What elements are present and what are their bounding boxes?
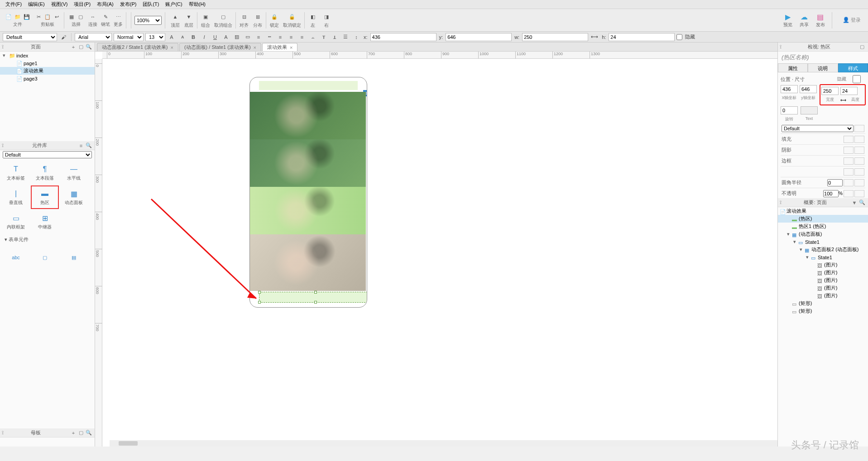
library-widget-垂直线[interactable]: |垂直线 (2, 185, 30, 209)
menu-item[interactable]: 发布(P) (117, 0, 139, 9)
resize-handle[interactable] (314, 291, 317, 294)
editor-tab[interactable]: (动态面板) / State1 (滚动效果)× (179, 43, 261, 51)
insp-h-input[interactable] (840, 87, 858, 95)
style-default-select[interactable]: Default (782, 125, 854, 132)
outline-item[interactable]: ▬热区1 (热区) (778, 223, 868, 230)
menu-item[interactable]: 视图(V) (48, 0, 71, 9)
menu-item[interactable]: 项目(P) (71, 0, 93, 9)
menu-item[interactable]: 团队(T) (140, 0, 162, 9)
toolbar-icon[interactable]: ▼ (184, 12, 194, 22)
prop-control[interactable] (854, 190, 864, 197)
insp-text-input[interactable] (801, 106, 818, 114)
library-widget[interactable]: ▤ (60, 246, 88, 269)
toolbar-icon[interactable]: 💾 (23, 13, 31, 21)
border-width-icon[interactable]: ≡ (254, 33, 263, 41)
prop-control[interactable] (844, 168, 854, 176)
login-button[interactable]: 👤 登录 (838, 17, 865, 24)
element-name-field[interactable]: (热区名称) (778, 52, 868, 63)
border-color-icon[interactable]: ▭ (243, 33, 252, 41)
outline-item[interactable]: ▭(矩形) (778, 307, 868, 315)
toolbar-icon[interactable]: ◧ (308, 12, 318, 22)
toolbar-icon[interactable]: ▦ (67, 13, 76, 21)
toolbar-共享-button[interactable]: ☁共享 (799, 13, 810, 28)
library-section[interactable]: ▾ 表单元件 (2, 234, 93, 245)
search-icon[interactable]: 🔍 (86, 44, 92, 50)
sitemap-item[interactable]: 📄滚动效果 (0, 67, 95, 75)
underline-icon[interactable]: U (211, 33, 220, 41)
scroll-thumb[interactable] (119, 441, 138, 446)
search-icon[interactable]: 🔍 (86, 143, 92, 149)
y-input[interactable] (446, 33, 512, 41)
toolbar-icon[interactable]: 📋 (43, 13, 52, 21)
align-center-icon[interactable]: ≡ (287, 33, 296, 41)
toolbar-预览-button[interactable]: ▶预览 (782, 13, 793, 28)
toolbar-icon[interactable]: ✎ (101, 13, 110, 21)
toolbar-icon[interactable]: 📄 (5, 13, 13, 21)
outline-item[interactable]: 🖼(图片) (778, 261, 868, 269)
menu-item[interactable]: 文件(F) (3, 0, 24, 9)
prop-control[interactable] (844, 157, 854, 165)
canvas-image-1[interactable] (250, 92, 366, 139)
font-size-down-icon[interactable]: ᴀ (178, 33, 187, 41)
resize-handle[interactable] (314, 301, 317, 304)
fill-color-icon[interactable]: ▨ (232, 33, 241, 41)
valign-top-icon[interactable]: ⫠ (308, 33, 317, 41)
pin-icon[interactable]: ⟟ (780, 200, 782, 205)
insp-rot-input[interactable] (781, 106, 798, 114)
insp-y-input[interactable] (800, 85, 817, 93)
font-select[interactable]: Arial (75, 33, 112, 41)
sitemap-item[interactable]: ▾📁index (0, 52, 95, 59)
opacity-input[interactable] (823, 190, 839, 197)
inspector-tab-属性[interactable]: 属性 (778, 63, 808, 72)
library-widget[interactable]: abc (2, 246, 30, 269)
prop-control[interactable] (854, 168, 864, 176)
pin-icon[interactable]: ⟟ (2, 143, 4, 148)
font-size-select[interactable]: 13 (145, 33, 165, 41)
pin-icon[interactable]: ⟟ (2, 44, 4, 50)
toolbar-icon[interactable]: ↩ (53, 13, 61, 21)
italic-icon[interactable]: I (200, 33, 209, 41)
menu-icon[interactable]: ≡ (78, 143, 84, 149)
canvas-image-3[interactable] (250, 187, 366, 234)
toolbar-icon[interactable]: ▢ (218, 12, 228, 22)
prop-control[interactable] (844, 179, 854, 186)
hide-checkbox[interactable] (676, 33, 682, 41)
toolbar-icon[interactable]: ◨ (321, 12, 331, 22)
toolbar-icon[interactable]: ⊟ (239, 12, 249, 22)
hotspot-selected[interactable] (259, 292, 367, 303)
align-left-icon[interactable]: ≡ (276, 33, 285, 41)
align-right-icon[interactable]: ≡ (297, 33, 307, 41)
add-page-icon[interactable]: + (70, 44, 77, 50)
horizontal-scrollbar[interactable] (110, 440, 777, 447)
sitemap-item[interactable]: 📄page1 (0, 59, 95, 67)
lock-aspect-icon[interactable]: ⟷ (840, 98, 845, 102)
outline-item[interactable]: ▬(热区) (778, 215, 868, 223)
toolbar-icon[interactable]: ✂ (34, 13, 43, 21)
bold-icon[interactable]: B (189, 33, 198, 41)
prop-control[interactable] (854, 136, 864, 143)
outline-item[interactable]: ▾▦(动态面板) (778, 230, 868, 238)
menu-item[interactable]: 编辑(E) (25, 0, 48, 9)
toolbar-icon[interactable]: 🔒 (269, 12, 279, 22)
close-icon[interactable]: × (290, 45, 293, 50)
filter-icon[interactable]: ▼ (851, 200, 858, 206)
pin-icon[interactable]: ⟟ (780, 44, 782, 50)
paint-icon[interactable]: 🖌 (59, 33, 68, 41)
toolbar-icon[interactable]: ⋯ (114, 13, 122, 21)
prop-control[interactable] (844, 136, 854, 143)
library-widget-热区[interactable]: ▬热区 (31, 185, 59, 209)
prop-control[interactable] (854, 147, 864, 154)
toolbar-icon[interactable]: ▢ (77, 13, 85, 21)
resize-handle[interactable] (258, 301, 261, 304)
outline-item[interactable]: ▭(矩形) (778, 299, 868, 307)
toolbar-icon[interactable]: ▣ (201, 12, 211, 22)
folder-icon[interactable]: ▢ (78, 430, 84, 436)
radius-input[interactable] (827, 179, 843, 186)
outline-item[interactable]: 🖼(图片) (778, 284, 868, 292)
search-icon[interactable]: 🔍 (86, 430, 92, 436)
font-weight-select[interactable]: Normal (114, 33, 144, 41)
editor-tab[interactable]: 动态面板2 / State1 (滚动效果)× (97, 43, 178, 51)
h-input[interactable] (609, 33, 675, 41)
search-icon[interactable]: 🔍 (859, 200, 865, 206)
outline-item[interactable]: ▾▭State1 (778, 238, 868, 246)
